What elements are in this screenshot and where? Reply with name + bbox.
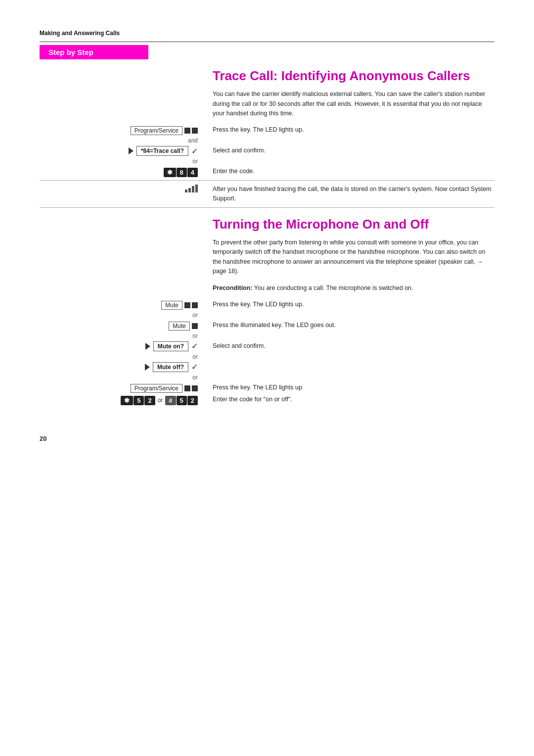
or-label-1: or bbox=[40, 158, 208, 165]
mute-key-2: Mute bbox=[169, 322, 190, 331]
or-label-mute-1: or bbox=[40, 312, 208, 319]
microphone-precondition: Precondition: You are conducting a call.… bbox=[213, 284, 494, 293]
mute-step-6-left: ✱ 5 2 or # 5 2 bbox=[40, 395, 208, 405]
trace-call-left bbox=[40, 68, 208, 125]
mute-led-3 bbox=[184, 385, 198, 391]
five-key-2: 5 bbox=[177, 396, 187, 405]
microphone-right: Turning the Microphone On and Off To pre… bbox=[208, 217, 494, 300]
trace-step-2: *84=Trace call? ✓ Select and confirm. bbox=[40, 146, 494, 156]
trace-call-section: Trace Call: Identifying Anonymous Caller… bbox=[40, 68, 494, 125]
mute-or-4: or bbox=[40, 374, 494, 381]
hash-key: # bbox=[165, 396, 176, 405]
info-box: After you have finished tracing the call… bbox=[40, 180, 494, 208]
or-label-mute-2: or bbox=[40, 332, 208, 339]
bar-3 bbox=[192, 186, 194, 192]
mute-step-1-left: Mute bbox=[40, 300, 208, 310]
arrow-icon-mute-on bbox=[145, 343, 150, 350]
mute-step-1-right: Press the key. The LED lights up. bbox=[208, 300, 494, 308]
trace-step-1: Program/Service Press the key. The LED l… bbox=[40, 125, 494, 135]
led-square bbox=[192, 323, 198, 329]
mute-step-6-right: Enter the code for "on or off". bbox=[208, 395, 494, 403]
trace-call-body: You can have the carrier identify malici… bbox=[213, 90, 494, 118]
mute-step-3: Mute on? ✓ Select and confirm. bbox=[40, 341, 494, 351]
or-label-mute-4: or bbox=[40, 374, 208, 381]
star-key-2: ✱ bbox=[121, 396, 133, 405]
star-key: ✱ bbox=[164, 168, 176, 177]
mute-step-4-right bbox=[208, 362, 494, 363]
info-icon bbox=[185, 185, 198, 192]
trace-step-2-left: *84=Trace call? ✓ bbox=[40, 146, 208, 156]
led-square bbox=[184, 128, 190, 134]
mute-off-item: Mute off? bbox=[153, 362, 188, 372]
led-indicator bbox=[184, 128, 198, 134]
trace-step-3-right: Enter the code. bbox=[208, 167, 494, 175]
mute-step-4: Mute off? ✓ bbox=[40, 362, 494, 372]
mute-step-6: ✱ 5 2 or # 5 2 Enter the code for "on or… bbox=[40, 395, 494, 405]
program-service-key-2: Program/Service bbox=[131, 384, 182, 393]
trace-step-1-left: Program/Service bbox=[40, 125, 208, 135]
mute-step-5-left: Program/Service bbox=[40, 383, 208, 393]
led-square bbox=[184, 385, 190, 391]
trace-step-1-right: Press the key. The LED lights up. bbox=[208, 125, 494, 133]
code-keys: ✱ 8 4 bbox=[164, 168, 198, 177]
trace-step-2-right: Select and confirm. bbox=[208, 146, 494, 154]
mute-key-1: Mute bbox=[161, 301, 182, 310]
mute-step-1: Mute Press the key. The LED lights up. bbox=[40, 300, 494, 310]
bar-1 bbox=[185, 189, 187, 192]
bar-2 bbox=[188, 188, 191, 192]
mute-or-2: or bbox=[40, 332, 494, 339]
mute-code-keys: ✱ 5 2 or # 5 2 bbox=[121, 396, 198, 405]
two-key-2: 2 bbox=[187, 396, 198, 405]
two-key-1: 2 bbox=[144, 396, 155, 405]
checkmark-mute-on: ✓ bbox=[191, 341, 198, 351]
microphone-body: To prevent the other party from listenin… bbox=[213, 238, 494, 277]
mute-step-2-left: Mute bbox=[40, 321, 208, 331]
five-key-1: 5 bbox=[134, 396, 144, 405]
microphone-section: Turning the Microphone On and Off To pre… bbox=[40, 217, 494, 300]
program-service-key: Program/Service bbox=[131, 126, 182, 135]
checkmark-icon: ✓ bbox=[191, 146, 198, 156]
page-number: 20 bbox=[40, 435, 494, 442]
mute-step-5: Program/Service Press the key. The LED l… bbox=[40, 383, 494, 393]
microphone-title: Turning the Microphone On and Off bbox=[213, 217, 494, 232]
section-header-title: Making and Answering Calls bbox=[40, 30, 494, 37]
or-label-mute-3: or bbox=[40, 353, 208, 360]
arrow-icon-mute-off bbox=[145, 364, 150, 371]
trace-call-right: Trace Call: Identifying Anonymous Caller… bbox=[208, 68, 494, 125]
mute-step-2-right: Press the illuminated key. The LED goes … bbox=[208, 321, 494, 329]
four-key: 4 bbox=[187, 168, 198, 177]
led-square bbox=[192, 128, 198, 134]
checkmark-mute-off: ✓ bbox=[191, 362, 198, 372]
header-divider bbox=[40, 42, 494, 42]
mute-step-4-left: Mute off? ✓ bbox=[40, 362, 208, 372]
led-square bbox=[192, 385, 198, 391]
step-by-step-banner: Step by Step bbox=[40, 45, 148, 59]
trace-or-1: or bbox=[40, 158, 494, 165]
microphone-left bbox=[40, 217, 208, 300]
mute-on-item: Mute on? bbox=[153, 341, 188, 351]
trace-step-3: ✱ 8 4 Enter the code. bbox=[40, 167, 494, 177]
mute-step-3-left: Mute on? ✓ bbox=[40, 341, 208, 351]
mute-led-2 bbox=[192, 323, 198, 329]
trace-step-3-left: ✱ 8 4 bbox=[40, 167, 208, 177]
section-header: Making and Answering Calls bbox=[40, 30, 494, 42]
or-text-inline: or bbox=[158, 397, 163, 404]
mute-or-3: or bbox=[40, 353, 494, 360]
precondition-body: You are conducting a call. The microphon… bbox=[253, 284, 413, 291]
precondition-label: Precondition: bbox=[213, 284, 253, 291]
led-square bbox=[184, 302, 190, 308]
info-text: After you have finished tracing the call… bbox=[208, 185, 494, 203]
trace-call-title: Trace Call: Identifying Anonymous Caller… bbox=[213, 68, 494, 84]
mute-led-1 bbox=[184, 302, 198, 308]
trace-menu-item: *84=Trace call? bbox=[136, 146, 188, 156]
mute-or-1: or bbox=[40, 312, 494, 319]
arrow-icon bbox=[129, 147, 134, 154]
eight-key: 8 bbox=[177, 168, 187, 177]
mute-step-2: Mute Press the illuminated key. The LED … bbox=[40, 321, 494, 331]
and-label: and bbox=[40, 137, 208, 144]
mute-step-5-right: Press the key. The LED lights up bbox=[208, 383, 494, 391]
mute-step-3-right: Select and confirm. bbox=[208, 341, 494, 349]
bar-4 bbox=[195, 185, 198, 192]
trace-and-label-row: and bbox=[40, 137, 494, 144]
led-square bbox=[192, 302, 198, 308]
